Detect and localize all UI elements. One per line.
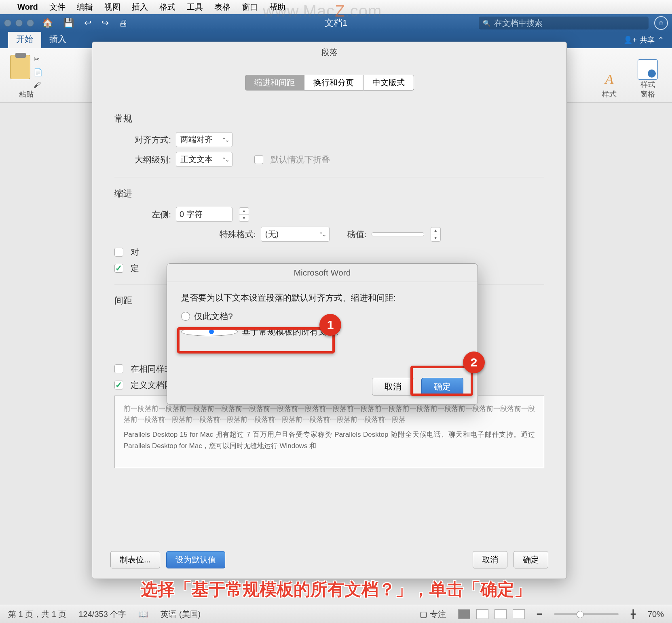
preview-box: 前一段落前一段落前一段落前一段落前一段落前一段落前一段落前一段落前一段落前一段落… bbox=[114, 396, 544, 468]
menu-file[interactable]: 文件 bbox=[49, 2, 66, 13]
preview-text1: 前一段落前一段落前一段落前一段落前一段落前一段落前一段落前一段落前一段落前一段落… bbox=[124, 403, 535, 425]
save-icon[interactable]: 💾 bbox=[63, 18, 74, 28]
styles-label: 样式 bbox=[602, 89, 617, 99]
styles-icon[interactable]: A bbox=[599, 69, 619, 89]
outline-select[interactable]: 正文文本 bbox=[176, 152, 232, 167]
print-icon[interactable]: 🖨 bbox=[119, 18, 128, 28]
radio-label-1: 仅此文档? bbox=[194, 311, 233, 322]
view-outline-icon[interactable] bbox=[494, 609, 507, 619]
feedback-icon[interactable]: ☺ bbox=[654, 16, 668, 30]
focus-label: 专注 bbox=[430, 610, 446, 619]
define-label: 定 bbox=[131, 263, 139, 274]
collapse-checkbox[interactable] bbox=[254, 155, 263, 164]
special-select[interactable]: (无) bbox=[261, 227, 330, 242]
tab-indent-spacing[interactable]: 缩进和间距 bbox=[245, 75, 304, 91]
nospace-checkbox[interactable] bbox=[114, 364, 123, 373]
menu-edit[interactable]: 编辑 bbox=[77, 2, 93, 13]
by-stepper[interactable]: ▲▼ bbox=[431, 227, 441, 242]
radio-icon bbox=[181, 312, 190, 321]
copy-icon[interactable]: 📄 bbox=[34, 68, 42, 77]
outline-value: 正文文本 bbox=[180, 154, 213, 165]
left-indent-input[interactable]: 0 字符 bbox=[176, 207, 232, 222]
set-default-button[interactable]: 设为默认值 bbox=[166, 551, 225, 568]
annotation-badge-2: 2 bbox=[463, 351, 485, 373]
dialog-title: 段落 bbox=[92, 42, 566, 63]
clipboard-icon[interactable] bbox=[10, 55, 30, 79]
tab-home[interactable]: 开始 bbox=[8, 30, 41, 48]
tab-asian-typography[interactable]: 中文版式 bbox=[363, 75, 414, 91]
view-print-icon[interactable] bbox=[458, 609, 470, 619]
by-input[interactable] bbox=[372, 232, 424, 236]
mirror-checkbox[interactable] bbox=[114, 248, 123, 257]
search-placeholder: 在文档中搜索 bbox=[494, 18, 543, 29]
alert-dialog: Microsoft Word 是否要为以下文本设置段落的默认对齐方式、缩进和间距… bbox=[167, 263, 478, 405]
mac-menubar: Word 文件 编辑 视图 插入 格式 工具 表格 窗口 帮助 bbox=[0, 0, 672, 14]
focus-mode[interactable]: ▢ 专注 bbox=[420, 609, 446, 620]
page-count[interactable]: 第 1 页，共 1 页 bbox=[8, 609, 66, 620]
styles-pane-icon[interactable] bbox=[638, 59, 658, 80]
statusbar: 第 1 页，共 1 页 124/353 个字 📖 英语 (美国) ▢ 专注 ━ … bbox=[0, 605, 672, 623]
search-input[interactable]: 在文档中搜索 bbox=[479, 17, 649, 29]
app-name[interactable]: Word bbox=[17, 2, 38, 12]
menu-insert[interactable]: 插入 bbox=[132, 2, 148, 13]
instruction-text: 选择「基于常规模板的所有文档？」，单击「确定」 bbox=[0, 578, 672, 601]
home-icon[interactable]: 🏠 bbox=[42, 18, 53, 28]
mirror-label: 对 bbox=[131, 246, 139, 258]
menu-view[interactable]: 视图 bbox=[104, 2, 120, 13]
snap-checkbox[interactable] bbox=[114, 381, 123, 389]
radio-icon-selected bbox=[181, 327, 238, 336]
preview-text2: Parallels Desktop 15 for Mac 拥有超过 7 百万用户… bbox=[124, 429, 535, 451]
alignment-value: 两端对齐 bbox=[180, 134, 213, 145]
left-indent-value: 0 字符 bbox=[180, 209, 203, 220]
zoom-percent[interactable]: 70% bbox=[648, 610, 664, 619]
alignment-select[interactable]: 两端对齐 bbox=[176, 132, 232, 147]
special-value: (无) bbox=[265, 229, 279, 240]
define-checkbox[interactable] bbox=[114, 264, 123, 273]
special-label: 特殊格式: bbox=[220, 229, 256, 240]
share-label: 共享 bbox=[640, 35, 655, 45]
alignment-label: 对齐方式: bbox=[114, 134, 171, 145]
view-web-icon[interactable] bbox=[476, 609, 488, 619]
paste-label: 粘贴 bbox=[19, 89, 34, 99]
titlebar: 🏠 💾 ↩ ↪ 🖨 文档1 在文档中搜索 ☺ bbox=[0, 14, 672, 32]
spell-check-icon[interactable]: 📖 bbox=[138, 609, 148, 619]
language-indicator[interactable]: 英语 (美国) bbox=[161, 609, 201, 620]
window-controls[interactable] bbox=[4, 19, 34, 27]
annotation-badge-1: 1 bbox=[319, 314, 341, 336]
tab-insert[interactable]: 插入 bbox=[41, 30, 74, 48]
menu-table[interactable]: 表格 bbox=[214, 2, 230, 13]
alert-question: 是否要为以下文本设置段落的默认对齐方式、缩进和间距: bbox=[181, 292, 463, 303]
indent-section-title: 缩进 bbox=[114, 187, 544, 200]
by-label: 磅值: bbox=[347, 229, 367, 240]
cut-icon[interactable]: ✂ bbox=[34, 55, 42, 64]
general-section-title: 常规 bbox=[114, 113, 544, 125]
undo-icon[interactable]: ↩ bbox=[84, 18, 91, 28]
alert-ok-button[interactable]: 确定 bbox=[421, 378, 463, 396]
document-title: 文档1 bbox=[325, 17, 347, 29]
menu-window[interactable]: 窗口 bbox=[242, 2, 258, 13]
alert-cancel-button[interactable]: 取消 bbox=[372, 378, 414, 396]
left-indent-stepper[interactable]: ▲▼ bbox=[239, 207, 249, 222]
view-draft-icon[interactable] bbox=[513, 609, 525, 619]
zoom-slider[interactable] bbox=[554, 613, 619, 615]
para-ok-button[interactable]: 确定 bbox=[514, 551, 548, 568]
outline-label: 大纲级别: bbox=[114, 154, 171, 165]
zoom-out-button[interactable]: ━ bbox=[537, 609, 542, 619]
redo-icon[interactable]: ↪ bbox=[101, 18, 109, 28]
menu-format[interactable]: 格式 bbox=[159, 2, 175, 13]
zoom-in-button[interactable]: ╋ bbox=[631, 609, 636, 619]
left-indent-label: 左侧: bbox=[114, 209, 171, 220]
menu-help[interactable]: 帮助 bbox=[269, 2, 285, 13]
collapse-label: 默认情况下折叠 bbox=[270, 154, 330, 165]
para-cancel-button[interactable]: 取消 bbox=[473, 551, 507, 568]
alert-title: Microsoft Word bbox=[167, 264, 478, 282]
styles-pane-label: 样式 窗格 bbox=[640, 80, 655, 99]
tab-line-page-breaks[interactable]: 换行和分页 bbox=[304, 75, 363, 91]
format-painter-icon[interactable]: 🖌 bbox=[34, 81, 42, 89]
menu-tools[interactable]: 工具 bbox=[187, 2, 203, 13]
share-button[interactable]: 👤+ 共享 ⌃ bbox=[615, 32, 672, 48]
tabs-button[interactable]: 制表位... bbox=[110, 551, 160, 568]
word-count[interactable]: 124/353 个字 bbox=[78, 609, 126, 620]
